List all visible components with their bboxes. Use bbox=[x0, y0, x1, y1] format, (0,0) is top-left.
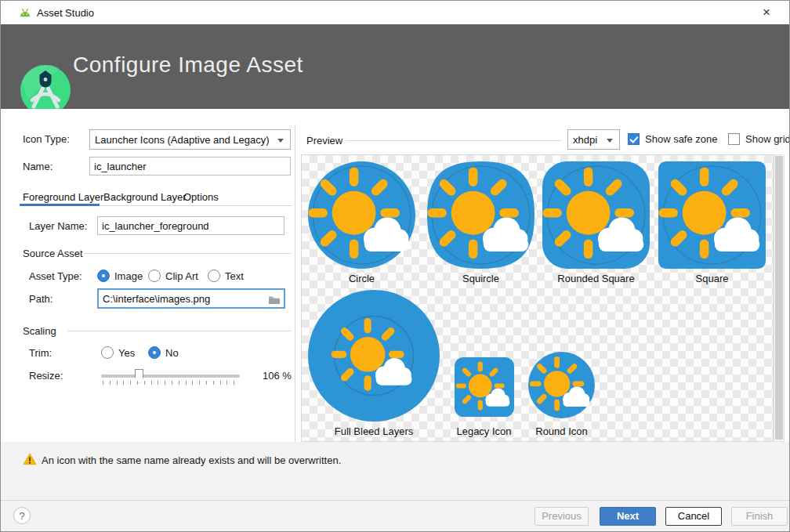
source-asset-line bbox=[84, 253, 292, 254]
icon-type-dropdown[interactable]: Launcher Icons (Adaptive and Legacy) bbox=[89, 129, 291, 150]
preview-caption: Round Icon bbox=[524, 425, 599, 437]
preview-caption: Square bbox=[658, 273, 766, 284]
folder-browse-icon[interactable] bbox=[268, 294, 281, 308]
show-grid-label[interactable]: Show grid bbox=[745, 133, 790, 145]
close-button[interactable]: × bbox=[755, 4, 778, 21]
active-tab-underline bbox=[20, 204, 100, 206]
preview-caption: Squircle bbox=[427, 273, 535, 284]
preview-line bbox=[346, 140, 562, 141]
asset-type-label: Asset Type: bbox=[29, 270, 82, 282]
android-logo-icon bbox=[18, 7, 32, 21]
chevron-down-icon bbox=[607, 139, 613, 143]
layer-name-label: Layer Name: bbox=[29, 220, 87, 232]
icon-type-value: Launcher Icons (Adaptive and Legacy) bbox=[95, 134, 270, 146]
radio-text-label[interactable]: Text bbox=[225, 270, 244, 282]
radio-trim-no[interactable] bbox=[148, 346, 161, 359]
resize-slider-track[interactable] bbox=[101, 375, 240, 378]
radio-trim-yes[interactable] bbox=[101, 346, 114, 359]
radio-text[interactable] bbox=[208, 270, 220, 282]
name-label: Name: bbox=[23, 161, 53, 172]
radio-image[interactable] bbox=[97, 270, 110, 282]
tab-background-layer[interactable]: Background Layer bbox=[103, 191, 187, 203]
preview-caption: Legacy Icon bbox=[439, 425, 529, 437]
path-label: Path: bbox=[29, 293, 53, 305]
preview-scrollbar[interactable] bbox=[774, 154, 785, 442]
dialog-header: Configure Image Asset bbox=[1, 24, 789, 109]
asset-studio-dialog: Asset Studio × Configure Image Asset Ico… bbox=[0, 0, 790, 532]
finish-button[interactable]: Finish bbox=[731, 507, 788, 526]
preview-icon-round bbox=[528, 352, 595, 422]
preview-icon-rounded-square bbox=[542, 161, 650, 272]
resize-label: Resize: bbox=[29, 370, 63, 382]
title-bar: Asset Studio × bbox=[1, 1, 789, 24]
radio-clip-art[interactable] bbox=[148, 270, 161, 282]
tab-options[interactable]: Options bbox=[183, 191, 219, 203]
panel-divider bbox=[295, 125, 295, 442]
next-button[interactable]: Next bbox=[600, 507, 656, 526]
previous-button[interactable]: Previous bbox=[535, 507, 589, 526]
show-grid-checkbox[interactable] bbox=[728, 133, 740, 145]
window-title: Asset Studio bbox=[37, 7, 94, 19]
radio-image-label[interactable]: Image bbox=[114, 270, 143, 282]
chevron-down-icon bbox=[277, 139, 284, 143]
icon-type-label: Icon Type: bbox=[23, 133, 70, 145]
preview-panel: Circle Squircle Rounded Square Square Fu… bbox=[301, 154, 774, 442]
scaling-line bbox=[67, 331, 292, 331]
warning-icon bbox=[23, 453, 37, 469]
path-input[interactable] bbox=[97, 288, 285, 309]
page-title: Configure Image Asset bbox=[73, 52, 303, 78]
radio-trim-yes-label[interactable]: Yes bbox=[118, 347, 135, 359]
preview-caption: Circle bbox=[308, 273, 415, 284]
radio-trim-no-label[interactable]: No bbox=[165, 347, 179, 359]
show-safe-zone-label[interactable]: Show safe zone bbox=[645, 133, 718, 145]
preview-caption: Rounded Square bbox=[542, 273, 650, 284]
preview-icon-circle bbox=[308, 161, 415, 272]
trim-label: Trim: bbox=[29, 347, 52, 359]
resize-slider-ticks bbox=[103, 381, 241, 385]
help-button[interactable]: ? bbox=[13, 507, 31, 524]
preview-caption: Full Bleed Layers bbox=[308, 425, 440, 437]
density-dropdown[interactable]: xhdpi bbox=[567, 129, 620, 150]
preview-title: Preview bbox=[306, 135, 342, 147]
preview-icon-full-bleed bbox=[308, 290, 440, 425]
preview-icon-squircle bbox=[427, 161, 535, 272]
preview-icon-square bbox=[658, 161, 766, 272]
warning-message: An icon with the same name already exist… bbox=[42, 454, 341, 466]
scaling-title: Scaling bbox=[23, 325, 56, 337]
footer-divider bbox=[1, 500, 789, 501]
density-value: xhdpi bbox=[573, 134, 597, 146]
preview-icon-legacy bbox=[455, 357, 514, 420]
source-asset-title: Source Asset bbox=[23, 248, 83, 259]
layer-name-input[interactable] bbox=[97, 216, 284, 235]
tab-foreground-layer[interactable]: Foreground Layer bbox=[23, 191, 103, 203]
scrollbar-thumb[interactable] bbox=[775, 156, 783, 440]
cancel-button[interactable]: Cancel bbox=[665, 507, 722, 526]
name-input[interactable] bbox=[89, 157, 291, 176]
radio-clip-art-label[interactable]: Clip Art bbox=[165, 270, 198, 282]
show-safe-zone-checkbox[interactable] bbox=[628, 133, 640, 145]
resize-value: 106 % bbox=[263, 370, 292, 382]
